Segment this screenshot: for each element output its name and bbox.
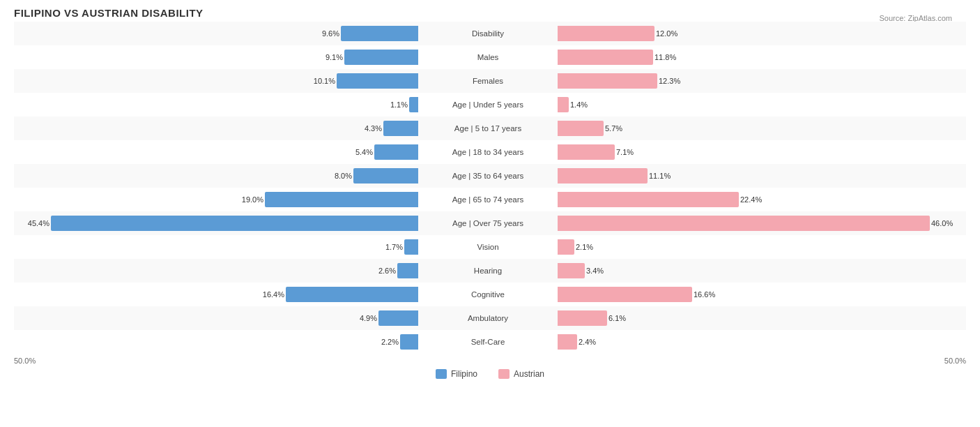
right-side: 2.1%: [558, 235, 962, 259]
right-side: 5.7%: [558, 117, 962, 140]
bar-label: Ambulatory: [418, 314, 558, 322]
value-right: 3.4%: [586, 267, 604, 275]
bar-row: 9.6% Disability 12.0%: [14, 22, 966, 45]
value-right: 12.3%: [659, 77, 680, 85]
left-side: 4.3%: [14, 117, 418, 140]
legend-filipino-label: Filipino: [451, 369, 477, 379]
bar-row: 19.0% Age | 65 to 74 years 22.4%: [14, 188, 966, 211]
bar-austrian: [558, 50, 653, 65]
left-side: 1.1%: [14, 93, 418, 117]
right-side: 3.4%: [558, 259, 962, 283]
value-left: 19.0%: [242, 195, 263, 204]
bar-filipino: [51, 216, 418, 231]
bar-row: 2.2% Self-Care 2.4%: [14, 330, 966, 354]
bar-austrian: [558, 310, 607, 326]
left-side: 19.0%: [14, 188, 418, 211]
left-side: 9.1%: [14, 45, 418, 69]
bar-label: Age | 18 to 34 years: [418, 148, 558, 156]
bar-label: Disability: [418, 29, 558, 38]
value-right: 2.4%: [579, 338, 596, 346]
value-right: 11.1%: [649, 172, 671, 180]
bar-label: Vision: [418, 243, 558, 251]
bar-austrian: [558, 168, 648, 183]
bar-label: Males: [418, 53, 558, 61]
right-side: 46.0%: [558, 211, 962, 235]
value-left: 45.4%: [28, 219, 49, 227]
bar-austrian: [558, 121, 604, 136]
value-right: 7.1%: [616, 148, 634, 156]
x-axis: 50.0% 50.0%: [14, 357, 966, 365]
value-left: 1.1%: [390, 100, 408, 109]
value-left: 10.1%: [314, 77, 335, 85]
value-right: 6.1%: [608, 314, 626, 322]
right-side: 12.0%: [558, 22, 962, 45]
value-left: 4.3%: [365, 124, 382, 133]
bar-row: 1.7% Vision 2.1%: [14, 235, 966, 259]
left-side: 1.7%: [14, 235, 418, 259]
bar-austrian: [558, 192, 739, 207]
value-left: 8.0%: [335, 172, 352, 180]
left-side: 8.0%: [14, 164, 418, 188]
bar-filipino: [286, 287, 418, 302]
bar-filipino: [383, 121, 418, 136]
bar-label: Females: [418, 77, 558, 85]
bar-row: 10.1% Females 12.3%: [14, 69, 966, 93]
bar-label: Age | Under 5 years: [418, 100, 558, 109]
bar-row: 4.3% Age | 5 to 17 years 5.7%: [14, 117, 966, 140]
left-side: 4.9%: [14, 306, 418, 330]
value-right: 5.7%: [605, 124, 622, 133]
bar-austrian: [558, 216, 930, 231]
bar-filipino: [378, 310, 418, 326]
right-side: 11.8%: [558, 45, 962, 69]
value-left: 5.4%: [355, 148, 373, 156]
bar-austrian: [558, 97, 569, 112]
value-left: 2.2%: [381, 338, 399, 346]
left-side: 2.2%: [14, 330, 418, 354]
bar-row: 5.4% Age | 18 to 34 years 7.1%: [14, 140, 966, 164]
bar-label: Age | 35 to 64 years: [418, 172, 558, 180]
bar-filipino: [400, 334, 418, 350]
value-left: 1.7%: [385, 243, 403, 251]
value-left: 16.4%: [263, 290, 284, 299]
value-left: 9.1%: [326, 53, 343, 61]
left-side: 5.4%: [14, 140, 418, 164]
bar-filipino: [409, 97, 418, 112]
bar-row: 8.0% Age | 35 to 64 years 11.1%: [14, 164, 966, 188]
right-side: 16.6%: [558, 283, 962, 306]
right-side: 7.1%: [558, 140, 962, 164]
chart-title: FILIPINO VS AUSTRIAN DISABILITY: [14, 7, 966, 19]
bar-austrian: [558, 239, 574, 255]
bar-filipino: [265, 192, 418, 207]
value-right: 11.8%: [654, 53, 676, 61]
bar-row: 2.6% Hearing 3.4%: [14, 259, 966, 283]
legend-austrian-label: Austrian: [514, 369, 544, 379]
value-right: 16.6%: [694, 290, 715, 299]
bar-filipino: [337, 73, 418, 89]
value-right: 1.4%: [570, 100, 588, 109]
bar-label: Age | 5 to 17 years: [418, 124, 558, 133]
bar-austrian: [558, 334, 577, 350]
bar-label: Hearing: [418, 267, 558, 275]
value-left: 2.6%: [378, 267, 396, 275]
right-side: 1.4%: [558, 93, 962, 117]
x-axis-right: 50.0%: [490, 357, 966, 365]
bar-label: Age | Over 75 years: [418, 219, 558, 227]
legend-austrian: Austrian: [498, 369, 544, 379]
chart-container: 9.6% Disability 12.0% 9.1% Males 11.8% 1…: [14, 22, 966, 354]
bar-label: Self-Care: [418, 338, 558, 346]
left-side: 10.1%: [14, 69, 418, 93]
value-right: 2.1%: [576, 243, 593, 251]
bar-austrian: [558, 144, 615, 160]
legend-filipino: Filipino: [436, 369, 477, 379]
bar-filipino: [353, 168, 418, 183]
value-right: 22.4%: [740, 195, 762, 204]
bar-filipino: [344, 50, 418, 65]
right-side: 12.3%: [558, 69, 962, 93]
bar-austrian: [558, 26, 654, 41]
right-side: 6.1%: [558, 306, 962, 330]
right-side: 22.4%: [558, 188, 962, 211]
bar-filipino: [404, 239, 418, 255]
left-side: 16.4%: [14, 283, 418, 306]
bar-label: Age | 65 to 74 years: [418, 195, 558, 204]
x-axis-left: 50.0%: [14, 357, 490, 365]
